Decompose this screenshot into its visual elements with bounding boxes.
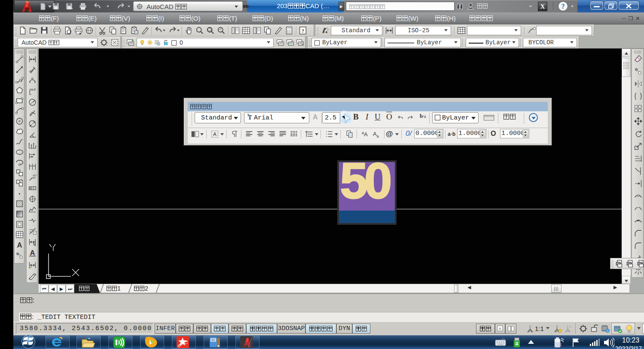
svg-text:H7: H7 [33,174,37,177]
svg-text:Y: Y [30,88,31,91]
svg-text:A: A [213,131,217,137]
svg-text:360: 360 [211,339,215,341]
svg-text:X: X [34,87,36,90]
